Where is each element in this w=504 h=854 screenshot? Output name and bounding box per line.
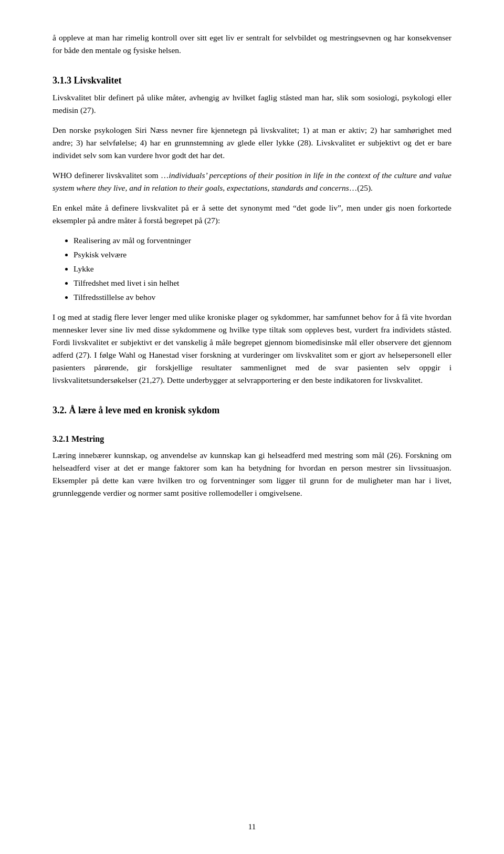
intro-paragraph: å oppleve at man har rimelig kontroll ov… <box>52 32 452 57</box>
section-3-2-heading: 3.2. Å lære å leve med en kronisk sykdom <box>52 403 452 418</box>
page-number: 11 <box>0 821 504 833</box>
who-prefix: WHO definerer livskvalitet som … <box>52 171 169 180</box>
list-item: Realisering av mål og forventninger <box>74 234 452 247</box>
list-item: Lykke <box>74 263 452 275</box>
quality-of-life-list: Realisering av mål og forventninger Psyk… <box>74 234 452 304</box>
page: å oppleve at man har rimelig kontroll ov… <box>0 0 504 854</box>
section-3-1-para1: Livskvalitet blir definert på ulike måte… <box>52 91 452 117</box>
section-3-1-heading: 3.1.3 Livskvalitet <box>52 74 452 88</box>
list-item: Tilfredshet med livet i sin helhet <box>74 277 452 289</box>
list-item: Tilfredsstillelse av behov <box>74 291 452 304</box>
section-3-1-para2-3: Den norske psykologen Siri Næss nevner f… <box>52 124 452 162</box>
section-3-1-para5: I og med at stadig flere lever lenger me… <box>52 311 452 387</box>
list-item: Psykisk velvære <box>74 248 452 261</box>
section-3-1-who: WHO definerer livskvalitet som …individu… <box>52 169 452 194</box>
who-suffix: …(25). <box>349 183 373 192</box>
section-3-1-para4: En enkel måte å definere livskvalitet på… <box>52 202 452 227</box>
section-3-2-1-para1: Læring innebærer kunnskap, og anvendelse… <box>52 449 452 499</box>
section-3-2-1-heading: 3.2.1 Mestring <box>52 433 452 446</box>
